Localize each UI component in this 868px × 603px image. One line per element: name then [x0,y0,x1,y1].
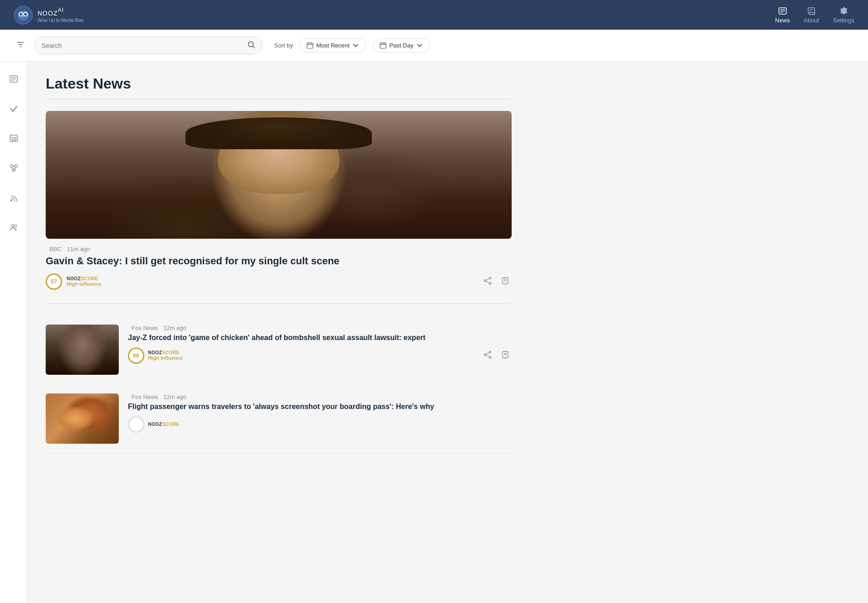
svg-point-6 [20,13,22,16]
article-share-button[interactable] [482,348,494,362]
article-item[interactable]: Fox News 12m ago Jay-Z forced into 'game… [46,315,512,384]
time-filter-button[interactable]: Past Day [373,38,430,52]
featured-score-badge: 57 [46,273,62,290]
sidebar-checkmark[interactable] [5,100,22,119]
toolbar: Sort by Most Recent Past Day [0,30,868,62]
sort-most-recent-label: Most Recent [316,42,349,49]
sidebar-bias-chart[interactable] [5,160,22,178]
brand-name: NOOZAI [37,7,84,18]
sidebar-users[interactable] [5,219,22,237]
featured-share-button[interactable] [482,274,494,288]
sidebar-news-feed[interactable] [5,71,22,89]
featured-nooz-score-text: NOOZSCORE [67,276,101,281]
featured-source: BBC 11m ago [46,246,512,252]
table-icon [9,134,18,143]
article-nooz-score-text: NOOZSCORE [148,350,183,355]
svg-point-7 [24,13,27,16]
calendar-icon [307,42,313,49]
owl-logo-icon [14,5,33,25]
featured-score-row: 57 NOOZSCORE High Influence [46,273,512,290]
time-chevron-down-icon [416,42,423,49]
content-area: Latest News BBC 11m ago Gavin & Stacey: … [27,62,530,603]
nav-settings[interactable]: Settings [833,6,854,24]
svg-rect-32 [10,135,17,142]
article-thumbnail [46,325,119,375]
sort-label: Sort by [274,42,293,49]
article-actions [482,348,512,362]
share-icon [484,351,492,359]
svg-line-56 [486,355,489,357]
svg-line-48 [486,281,489,283]
svg-point-53 [489,357,491,358]
news-nav-icon [778,6,787,16]
article-save-button[interactable] [499,348,512,362]
nav-news-label: News [775,17,790,24]
svg-rect-24 [380,43,386,48]
nav-news[interactable]: News [775,6,790,24]
featured-image [46,111,512,239]
svg-point-41 [11,199,12,201]
featured-title: Gavin & Stacey: I still get recognised f… [46,255,512,268]
svg-point-44 [489,277,491,279]
featured-influence-label: High Influence [67,281,101,287]
logo-text: NOOZAI Wise Up to Media Bias [37,7,84,23]
filter-button[interactable] [14,38,27,53]
bias-chart-icon [9,163,18,173]
search-box [34,37,263,54]
article-score-badge: 66 [128,347,144,364]
settings-nav-icon [839,6,848,16]
svg-point-54 [484,354,486,356]
nav-settings-label: Settings [833,17,854,24]
sidebar-table[interactable] [5,130,22,148]
article-score-label-2: NOOZSCORE [148,422,180,427]
article-source: Fox News 12m ago [128,325,512,331]
featured-score-label: NOOZSCORE High Influence [67,276,101,287]
sidebar-rss[interactable] [5,189,22,208]
news-feed-icon [9,74,18,84]
nav-about[interactable]: About [804,6,819,24]
featured-save-button[interactable] [499,274,512,288]
svg-point-40 [12,169,15,172]
svg-point-45 [489,283,491,284]
featured-actions [482,274,512,288]
article-score-row: 66 NOOZSCORE High Influence [128,347,512,364]
svg-rect-20 [307,43,313,48]
sort-most-recent-button[interactable]: Most Recent [300,38,366,52]
article-thumbnail [46,393,119,444]
users-icon [9,223,18,232]
svg-point-43 [14,225,16,227]
logo[interactable]: NOOZAI Wise Up to Media Bias [14,5,84,25]
svg-point-18 [249,42,254,47]
about-nav-icon [807,6,816,16]
article-title: Jay-Z forced into 'game of chicken' ahea… [128,333,512,343]
svg-line-47 [486,278,489,280]
search-button[interactable] [247,41,255,50]
article-image [46,393,119,444]
title-divider [46,99,512,100]
svg-line-19 [253,47,255,48]
article-divider-1 [46,304,512,304]
article-item[interactable]: Fox News 12m ago Flight passenger warns … [46,384,512,453]
filter-icon [16,40,25,49]
main-layout: Latest News BBC 11m ago Gavin & Stacey: … [0,62,868,603]
article-influence-label: High Influence [148,355,183,361]
featured-article[interactable]: BBC 11m ago Gavin & Stacey: I still get … [46,111,512,290]
nav-about-label: About [804,17,819,24]
article-details: Fox News 12m ago Jay-Z forced into 'game… [128,325,512,375]
svg-point-38 [10,165,13,168]
time-filter-label: Past Day [389,42,413,49]
rss-icon [9,193,18,202]
article-list: Fox News 12m ago Jay-Z forced into 'game… [46,315,512,453]
chevron-down-icon [352,42,359,49]
time-calendar-icon [380,42,386,49]
svg-point-52 [489,351,491,353]
svg-point-42 [11,225,14,227]
checkmark-icon [9,104,18,113]
main-nav: News About Settings [775,6,854,24]
search-input[interactable] [42,42,247,49]
bookmark-icon [501,277,509,285]
share-icon [484,277,492,285]
tagline: Wise Up to Media Bias [37,18,84,23]
bookmark-icon [501,351,509,359]
article-title: Flight passenger warns travelers to 'alw… [128,402,512,412]
